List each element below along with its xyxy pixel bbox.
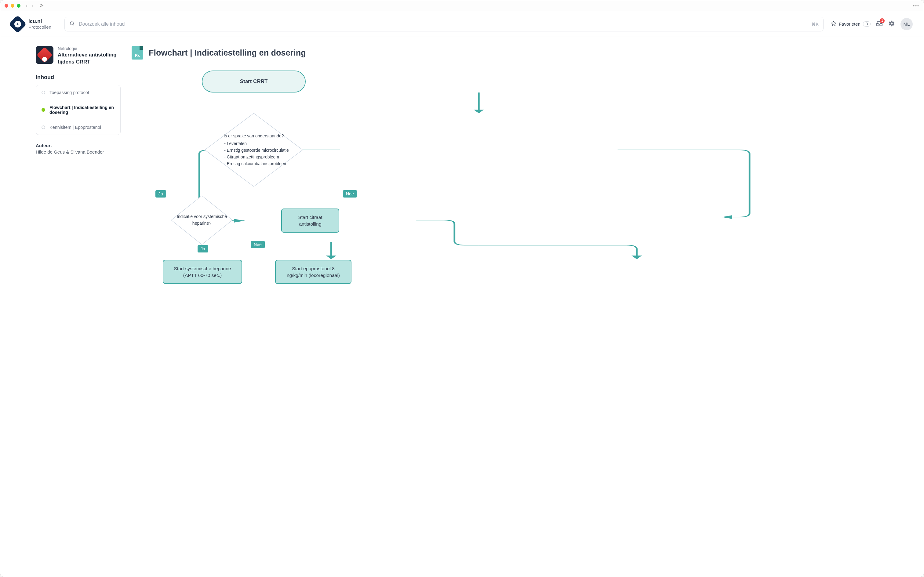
browser-chrome: ‹ › ⟳ ••• — [0, 0, 924, 11]
search-wrap: ⌘K — [65, 17, 824, 31]
bullet-icon — [42, 91, 45, 94]
table-of-contents: Toepassing protocolFlowchart | Indicatie… — [36, 85, 121, 135]
logo-icon: + — [8, 15, 27, 33]
favorites-button[interactable]: Favorieten 3 — [831, 21, 871, 27]
author-label: Auteur: — [36, 143, 121, 148]
flowchart-decision-heparine: Indicatie voor systemische heparine? — [171, 196, 232, 245]
contents-heading: Inhoud — [36, 74, 121, 81]
protocol-category: Nefrologie — [58, 46, 121, 51]
star-icon — [831, 21, 836, 27]
toc-item-label: Kennisitem | Epoprostenol — [50, 125, 101, 130]
content-header: Rx Flowchart | Indicatiestelling en dose… — [132, 46, 913, 60]
toc-item-label: Flowchart | Indicatiestelling en doserin… — [50, 105, 115, 115]
content: Rx Flowchart | Indicatiestelling en dose… — [132, 37, 924, 577]
reload-button[interactable]: ⟳ — [40, 3, 44, 8]
inbox-button[interactable]: 1 — [876, 20, 883, 28]
settings-button[interactable] — [888, 20, 895, 28]
avatar-button[interactable]: ML — [900, 18, 913, 30]
toc-item[interactable]: Toepassing protocol — [36, 85, 120, 100]
flowchart-label-no-1: Nee — [343, 190, 357, 198]
app-header: + icu.nl Protocollen ⌘K Favorieten 3 — [0, 11, 924, 37]
inbox-badge: 1 — [880, 18, 885, 23]
decision-item: Citraat omzettingsprobleem — [224, 154, 289, 161]
window-close-button[interactable] — [5, 4, 8, 8]
protocol-thumbnail — [36, 46, 53, 64]
flowchart: Start CRRT Is er sprake van onderstaande… — [132, 71, 913, 284]
browser-menu-button[interactable]: ••• — [913, 3, 919, 8]
logo-block[interactable]: + icu.nl Protocollen — [11, 18, 57, 31]
flowchart-action-heparine: Start systemische heparine (APTT 60-70 s… — [163, 260, 242, 284]
flowchart-action-epoprostenol: Start epoprostenol 8 ng/kg/min (locoregi… — [275, 260, 352, 284]
back-button[interactable]: ‹ — [26, 3, 27, 8]
svg-line-1 — [73, 24, 74, 25]
toc-item-label: Toepassing protocol — [50, 90, 89, 95]
toc-item[interactable]: Kennisitem | Epoprostenol — [36, 120, 120, 135]
favorites-label: Favorieten — [839, 21, 861, 27]
sidebar: Nefrologie Alternatieve antistolling tij… — [0, 37, 132, 577]
app-section: Protocollen — [28, 24, 51, 30]
window-maximize-button[interactable] — [17, 4, 21, 8]
content-title: Flowchart | Indicatiestelling en doserin… — [149, 48, 306, 58]
svg-point-0 — [70, 22, 74, 25]
bullet-icon — [42, 126, 45, 129]
app-name: icu.nl — [28, 18, 51, 24]
favorites-count: 3 — [863, 21, 871, 27]
decision-item: Leverfalen — [224, 140, 289, 147]
flowchart-start-node: Start CRRT — [202, 71, 306, 92]
forward-button[interactable]: › — [32, 3, 33, 8]
flowchart-label-no-2: Nee — [251, 241, 265, 248]
flowchart-label-yes-2: Ja — [198, 245, 208, 253]
bullet-icon — [42, 108, 45, 112]
protocol-title: Alternatieve antistolling tijdens CRRT — [58, 52, 121, 66]
flowchart-label-yes-1: Ja — [155, 190, 166, 198]
flowchart-action-citraat: Start citraat antistolling — [281, 208, 339, 233]
traffic-lights — [5, 4, 21, 8]
svg-marker-2 — [831, 21, 836, 26]
decision1-question: Is er sprake van onderstaande? — [219, 133, 289, 140]
search-input[interactable] — [65, 17, 824, 31]
search-shortcut: ⌘K — [812, 22, 819, 27]
flowchart-decision-conditions: Is er sprake van onderstaande? Leverfale… — [205, 113, 303, 187]
search-icon — [69, 21, 75, 27]
window-minimize-button[interactable] — [11, 4, 15, 8]
prescription-icon: Rx — [132, 46, 143, 60]
decision-item: Ernstig calciumbalans probleem — [224, 161, 289, 167]
author-value: Hilde de Geus & Silvana Boender — [36, 149, 121, 155]
toc-item[interactable]: Flowchart | Indicatiestelling en doserin… — [36, 100, 120, 120]
decision-item: Ernstig gestoorde microcirculatie — [224, 147, 289, 154]
protocol-header: Nefrologie Alternatieve antistolling tij… — [36, 46, 121, 66]
